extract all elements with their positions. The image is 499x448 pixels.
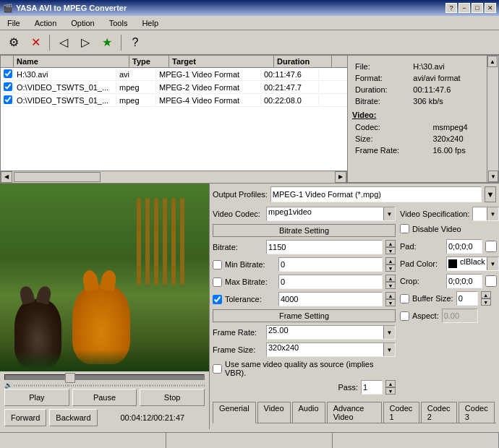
bitrate-input[interactable]	[266, 240, 383, 254]
forward-button[interactable]: Forward	[4, 409, 46, 426]
backward-button[interactable]: Backward	[49, 409, 97, 426]
toolbar-back-btn[interactable]: ◁	[54, 33, 73, 52]
buffer-check[interactable]	[400, 294, 409, 303]
min-bitrate-row: Min Bitrate: ▲ ▼	[213, 257, 396, 272]
min-bitrate-input[interactable]	[278, 257, 383, 272]
toolbar-star-btn[interactable]: ★	[98, 33, 116, 52]
crop-check[interactable]	[485, 275, 497, 287]
toolbar-forward-btn[interactable]: ▷	[76, 33, 95, 52]
col-header-target[interactable]: Target	[169, 56, 274, 67]
hscroll-right-btn[interactable]: ▶	[335, 171, 346, 183]
play-button[interactable]: Play	[4, 389, 69, 406]
maximize-btn[interactable]: □	[472, 3, 483, 13]
spec-arrow[interactable]: ▼	[487, 207, 498, 220]
tolerance-check[interactable]	[213, 295, 222, 304]
codec-dropdown[interactable]: mpeg1video ▼	[266, 207, 396, 221]
help-title-btn[interactable]: ?	[445, 3, 457, 13]
col-header-name[interactable]: Name	[14, 56, 129, 67]
vol-dot	[157, 384, 158, 387]
close-btn[interactable]: ✕	[485, 3, 496, 13]
info-scroll-up[interactable]: ▲	[487, 56, 498, 67]
hscroll-track[interactable]	[12, 171, 335, 183]
toolbar-delete-btn[interactable]: ✕	[26, 33, 45, 52]
spec-dropdown[interactable]: ▼	[472, 207, 498, 221]
buffer-row: Buffer Size: ▲ ▼	[400, 291, 499, 306]
tolerance-up[interactable]: ▲	[385, 292, 396, 299]
pad-color-arrow[interactable]: ▼	[487, 257, 498, 270]
frame-rate-dropdown[interactable]: 25.00 ▼	[266, 325, 396, 340]
tab-video[interactable]: Video	[257, 402, 291, 423]
max-bitrate-up[interactable]: ▲	[385, 275, 396, 282]
profiles-dropdown-arrow[interactable]: ▼	[485, 186, 496, 202]
buffer-down[interactable]: ▼	[481, 298, 491, 306]
vbr-check[interactable]	[213, 364, 222, 374]
menu-tools[interactable]: Tools	[105, 17, 132, 29]
max-bitrate-input[interactable]	[278, 275, 383, 289]
fence-decoration	[137, 198, 195, 285]
tolerance-down[interactable]: ▼	[385, 299, 396, 306]
seek-thumb[interactable]	[65, 373, 75, 383]
row3-check[interactable]	[1, 95, 14, 106]
pad-row: Pad:	[400, 239, 499, 254]
tab-codec2[interactable]: Codec 2	[421, 402, 457, 423]
tab-codec1[interactable]: Codec 1	[383, 402, 419, 423]
toolbar-help-btn[interactable]: ?	[126, 33, 145, 52]
bitrate-down[interactable]: ▼	[385, 247, 396, 254]
pass-input[interactable]	[361, 380, 383, 395]
pad-input[interactable]	[446, 239, 482, 254]
vol-dot	[71, 384, 72, 387]
info-scrollbar[interactable]: ▲ ▼	[487, 56, 498, 182]
profiles-select[interactable]: MPEG-1 Video Format (*.mpg)	[270, 186, 482, 202]
aspect-check[interactable]	[400, 311, 409, 321]
min-bitrate-check[interactable]	[213, 260, 222, 270]
frame-size-dropdown[interactable]: 320x240 ▼	[266, 343, 396, 357]
stop-button[interactable]: Stop	[140, 389, 205, 406]
frame-rate-arrow[interactable]: ▼	[383, 326, 395, 339]
buffer-spinner: ▲ ▼	[481, 291, 491, 306]
vol-dot	[169, 384, 170, 387]
row1-check[interactable]	[1, 69, 14, 80]
min-bitrate-down[interactable]: ▼	[385, 264, 396, 272]
table-row[interactable]: H:\30.avi avi MPEG-1 Video Format 00:11:…	[1, 68, 347, 81]
tab-audio[interactable]: Audio	[292, 402, 325, 423]
menu-file[interactable]: File	[3, 17, 25, 29]
menu-action[interactable]: Action	[30, 17, 61, 29]
tolerance-input[interactable]	[278, 292, 383, 306]
pad-color-dropdown[interactable]: clBlack ▼	[446, 257, 499, 271]
codec-dropdown-arrow[interactable]: ▼	[383, 207, 395, 220]
max-bitrate-down[interactable]: ▼	[385, 282, 396, 289]
pass-down[interactable]: ▼	[385, 387, 396, 395]
vol-dot	[196, 384, 197, 387]
vol-dot	[102, 384, 103, 387]
disable-video-check[interactable]	[400, 224, 409, 233]
vol-dot	[88, 384, 88, 387]
tab-general[interactable]: Generial	[213, 402, 256, 423]
row2-check[interactable]	[1, 82, 14, 93]
tab-codec3[interactable]: Codec 3	[459, 402, 495, 423]
max-bitrate-check[interactable]	[213, 277, 222, 287]
hscroll-left-btn[interactable]: ◀	[1, 171, 12, 183]
min-bitrate-up[interactable]: ▲	[385, 257, 396, 264]
toolbar-settings-btn[interactable]: ⚙	[4, 33, 23, 52]
tab-advance-video[interactable]: Advance Video	[327, 402, 382, 423]
menu-help[interactable]: Help	[137, 17, 163, 29]
menu-option[interactable]: Option	[67, 17, 98, 29]
hscroll-thumb[interactable]	[14, 172, 101, 182]
pad-check[interactable]	[485, 241, 497, 252]
crop-input[interactable]	[446, 274, 482, 288]
frame-size-arrow[interactable]: ▼	[383, 343, 395, 356]
table-row[interactable]: O:\VIDEO_TSWTS_01_... mpeg MPEG-4 Video …	[1, 94, 347, 107]
col-header-type[interactable]: Type	[129, 56, 169, 67]
fence-post	[163, 198, 167, 285]
bitrate-up[interactable]: ▲	[385, 240, 396, 247]
pause-button[interactable]: Pause	[72, 389, 137, 406]
info-scroll-down[interactable]: ▼	[488, 171, 498, 182]
buffer-up[interactable]: ▲	[481, 291, 491, 298]
col-header-duration[interactable]: Duration	[274, 56, 332, 67]
minimize-btn[interactable]: −	[459, 3, 470, 13]
seek-slider[interactable]	[4, 374, 205, 380]
buffer-input[interactable]	[456, 291, 478, 306]
vol-dot	[98, 384, 98, 387]
table-row[interactable]: O:\VIDEO_TSWTS_01_... mpeg MPEG-2 Video …	[1, 81, 347, 94]
pass-up[interactable]: ▲	[385, 380, 396, 387]
